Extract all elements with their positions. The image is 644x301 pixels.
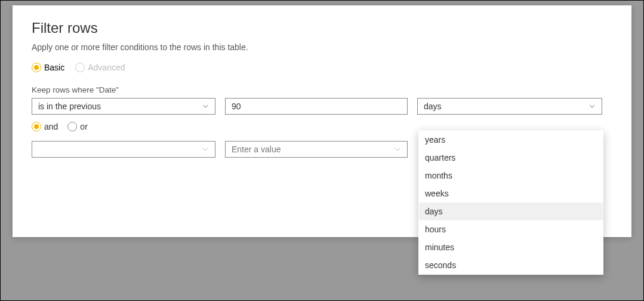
value-input-2[interactable] [225,141,408,158]
radio-icon [32,122,41,131]
operator-select-1[interactable]: is in the previous [32,98,215,115]
value-field[interactable] [232,102,401,111]
value-field-2[interactable] [232,145,394,154]
chevron-down-icon [202,103,209,110]
radio-icon [32,63,41,72]
keep-rows-label: Keep rows where "Date" [32,85,612,94]
filter-row-1: is in the previous days [32,98,612,115]
dropdown-item-years[interactable]: years [419,131,603,149]
chevron-down-icon [394,146,401,153]
dropdown-item-quarters[interactable]: quarters [419,149,603,167]
filter-mode-tabs: Basic Advanced [32,63,612,72]
dropdown-item-minutes[interactable]: minutes [419,238,603,256]
and-label: and [44,122,58,131]
dropdown-item-hours[interactable]: hours [419,220,603,238]
unit-select-1[interactable]: days [417,98,602,115]
radio-icon [67,122,77,131]
chevron-down-icon [588,103,596,110]
unit-dropdown[interactable]: years quarters months weeks days hours m… [418,130,603,275]
advanced-radio[interactable]: Advanced [75,63,125,72]
dropdown-item-seconds[interactable]: seconds [419,256,603,274]
dropdown-item-weeks[interactable]: weeks [419,185,603,202]
dialog-subtitle: Apply one or more filter conditions to t… [32,42,612,52]
or-label: or [80,122,87,131]
unit-value: days [424,102,442,111]
value-input-1[interactable] [225,98,408,115]
or-radio[interactable]: or [67,122,87,131]
chevron-down-icon [202,146,209,153]
dialog-title: Filter rows [32,20,612,36]
dropdown-item-months[interactable]: months [419,167,603,185]
basic-radio[interactable]: Basic [32,63,64,72]
advanced-label: Advanced [88,63,125,72]
dropdown-item-days[interactable]: days [419,202,603,220]
operator-select-2[interactable] [32,141,215,158]
operator-value: is in the previous [38,102,101,111]
basic-label: Basic [44,63,64,72]
radio-icon [75,63,85,72]
and-radio[interactable]: and [32,122,58,131]
